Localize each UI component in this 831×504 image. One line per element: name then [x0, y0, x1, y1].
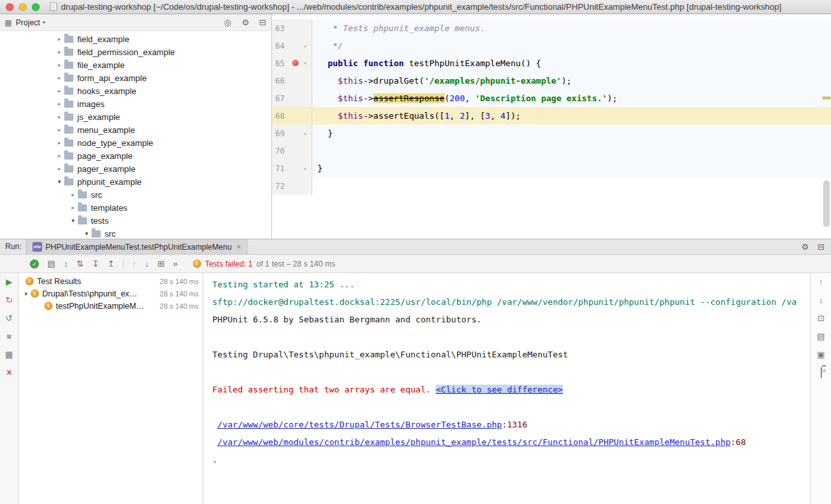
- show-ignored-button[interactable]: ▤: [47, 259, 55, 269]
- editor-gutter[interactable]: 71▴: [272, 160, 312, 177]
- chevron-right-icon[interactable]: ▸: [55, 75, 64, 81]
- editor-gutter[interactable]: 68: [272, 107, 312, 125]
- editor-gutter[interactable]: 65▾: [272, 54, 312, 72]
- run-tab[interactable]: php PHPUnitExampleMenuTest.testPhpUnitEx…: [26, 239, 247, 254]
- chevron-down-icon[interactable]: ▾: [55, 178, 64, 185]
- chevron-right-icon[interactable]: ▸: [68, 204, 78, 211]
- project-tree-item[interactable]: ▸hooks_example: [0, 84, 271, 97]
- view-diff-link[interactable]: <Click to see difference>: [436, 385, 563, 394]
- project-panel-title[interactable]: Project: [16, 18, 40, 27]
- editor-gutter[interactable]: 63: [272, 19, 312, 37]
- editor-line[interactable]: 69▴ }: [272, 125, 831, 142]
- stacktrace-link[interactable]: /var/www/web/modules/contrib/examples/ph…: [217, 437, 731, 447]
- print-button[interactable]: ▣: [817, 350, 825, 359]
- editor-gutter[interactable]: 67: [272, 90, 312, 107]
- project-tree-item[interactable]: ▸src: [0, 188, 271, 201]
- stop-button[interactable]: ■: [6, 331, 12, 341]
- rerun-button[interactable]: ▶: [6, 277, 12, 287]
- chevron-right-icon[interactable]: ▸: [55, 62, 64, 68]
- editor-line[interactable]: 68 $this->assertEquals([1, 2], [3, 4]);: [272, 107, 831, 125]
- editor-line[interactable]: 70: [272, 142, 831, 160]
- fold-marker-icon[interactable]: ▴: [301, 43, 310, 49]
- project-tree-item[interactable]: ▸page_example: [0, 149, 271, 162]
- project-tree-item[interactable]: ▸templates: [0, 201, 271, 214]
- editor-gutter[interactable]: 69▴: [272, 125, 312, 142]
- warning-stripe-mark[interactable]: [823, 97, 830, 99]
- soft-wrap-button[interactable]: ▤: [817, 331, 825, 341]
- scroll-down-button[interactable]: ↓: [819, 295, 823, 305]
- minimize-window-button[interactable]: [19, 3, 27, 11]
- previous-failed-test-button[interactable]: ↑: [132, 259, 137, 269]
- code-line[interactable]: [312, 177, 831, 195]
- sort-by-duration-button[interactable]: ↕: [64, 259, 68, 269]
- editor-scrollbar-thumb[interactable]: [823, 180, 830, 227]
- chevron-right-icon[interactable]: ▸: [55, 88, 64, 94]
- chevron-right-icon[interactable]: ▸: [55, 126, 64, 133]
- project-tree-item[interactable]: ▸pager_example: [0, 162, 271, 175]
- editor-line[interactable]: 63 * Tests phpunit_example menus.: [272, 19, 831, 37]
- test-tree-item[interactable]: !testPhpUnitExampleM…28 s 140 ms: [19, 300, 203, 312]
- chevron-right-icon[interactable]: ▸: [55, 139, 64, 146]
- expand-all-button[interactable]: ↧: [92, 259, 99, 269]
- project-tree-item[interactable]: ▸images: [0, 97, 271, 110]
- chevron-down-icon[interactable]: ▾: [68, 217, 78, 224]
- locate-file-button[interactable]: ◎: [224, 18, 231, 27]
- restore-layout-button[interactable]: ▦: [5, 350, 13, 359]
- import-test-results-button[interactable]: ⊞: [158, 259, 165, 269]
- fold-marker-icon[interactable]: ▴: [301, 130, 310, 136]
- project-tree-item[interactable]: ▸file_example: [0, 58, 271, 71]
- code-line[interactable]: $this->assertEquals([1, 2], [3, 4]);: [312, 107, 831, 125]
- editor-line[interactable]: 65▾ public function testPhpUnitExampleMe…: [272, 54, 831, 72]
- chevron-right-icon[interactable]: ▸: [55, 165, 64, 172]
- clear-console-button[interactable]: [821, 368, 822, 378]
- code-line[interactable]: */: [312, 37, 831, 54]
- code-line[interactable]: $this->assertResponse(200, 'Description …: [312, 90, 831, 107]
- gear-icon[interactable]: ⚙: [801, 239, 809, 254]
- zoom-window-button[interactable]: [32, 3, 40, 11]
- editor-gutter[interactable]: 72: [272, 177, 312, 195]
- chevron-right-icon[interactable]: ▸: [55, 36, 64, 42]
- chevron-right-icon[interactable]: ▸: [55, 152, 64, 159]
- code-line[interactable]: [312, 142, 831, 160]
- scroll-up-button[interactable]: ↑: [819, 277, 823, 287]
- more-options-button[interactable]: »: [173, 259, 177, 269]
- test-tree-item[interactable]: ▾!Drupal\Tests\phpunit_ex…28 s 140 ms: [19, 287, 203, 300]
- fold-marker-icon[interactable]: ▾: [301, 60, 310, 66]
- project-tree-item[interactable]: ▸form_api_example: [0, 71, 271, 84]
- code-line[interactable]: * Tests phpunit_example menus.: [312, 19, 831, 37]
- editor-line[interactable]: 71▴}: [272, 160, 831, 177]
- editor-line[interactable]: 67 $this->assertResponse(200, 'Descripti…: [272, 90, 831, 107]
- project-tree-item[interactable]: ▸field_example: [0, 32, 271, 45]
- chevron-right-icon[interactable]: ▸: [55, 101, 64, 107]
- editor-line[interactable]: 72: [272, 177, 831, 195]
- chevron-down-icon[interactable]: ▾: [82, 230, 92, 237]
- code-line[interactable]: }: [312, 160, 831, 177]
- stacktrace-link[interactable]: /var/www/web/core/tests/Drupal/Tests/Bro…: [217, 420, 502, 429]
- project-tree-item[interactable]: ▸menu_example: [0, 123, 271, 136]
- project-tree-item[interactable]: ▾tests: [0, 214, 271, 227]
- collapse-all-button[interactable]: ↥: [108, 259, 115, 269]
- toggle-auto-test-button[interactable]: ↺: [6, 313, 13, 323]
- hide-panel-button[interactable]: ⊟: [259, 18, 266, 27]
- project-tree-item[interactable]: ▸js_example: [0, 110, 271, 123]
- gear-icon[interactable]: ⚙: [242, 18, 249, 27]
- editor-gutter[interactable]: 64▴: [272, 37, 312, 54]
- chevron-right-icon[interactable]: ▸: [55, 49, 64, 55]
- test-failed-gutter-icon[interactable]: [292, 60, 299, 66]
- test-console[interactable]: Testing started at 13:25 ...sftp://docke…: [203, 273, 810, 504]
- close-tab-icon[interactable]: ×: [236, 242, 242, 252]
- close-window-button[interactable]: [6, 3, 14, 11]
- editor-gutter[interactable]: 70: [272, 142, 312, 160]
- code-line[interactable]: public function testPhpUnitExampleMenu()…: [312, 54, 831, 72]
- project-tree-item[interactable]: ▾src: [0, 227, 271, 239]
- editor-line[interactable]: 66 $this->drupalGet('/examples/phpunit-e…: [272, 72, 831, 90]
- sort-alphabetically-button[interactable]: ⇅: [77, 259, 84, 269]
- editor-gutter[interactable]: 66: [272, 72, 312, 90]
- chevron-right-icon[interactable]: ▸: [55, 114, 64, 120]
- code-line[interactable]: $this->drupalGet('/examples/phpunit-exam…: [312, 72, 831, 90]
- chevron-right-icon[interactable]: ▸: [68, 191, 78, 198]
- test-tree-item[interactable]: !Test Results28 s 140 ms: [19, 275, 203, 287]
- chevron-down-icon[interactable]: ▾: [21, 291, 31, 297]
- editor-line[interactable]: 64▴ */: [272, 37, 831, 54]
- fold-marker-icon[interactable]: ▴: [301, 165, 310, 171]
